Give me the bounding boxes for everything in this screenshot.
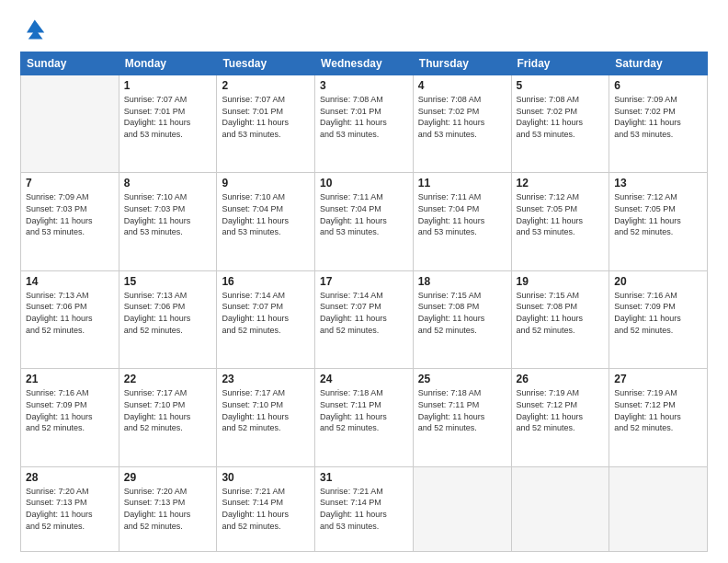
day-number: 10 <box>320 177 408 190</box>
calendar-cell: 11Sunrise: 7:11 AMSunset: 7:04 PMDayligh… <box>413 173 511 270</box>
calendar-week-1: 1Sunrise: 7:07 AMSunset: 7:01 PMDaylight… <box>21 75 708 173</box>
weekday-header-wednesday: Wednesday <box>315 52 414 75</box>
day-info: Sunrise: 7:15 AMSunset: 7:08 PMDaylight:… <box>517 290 605 336</box>
calendar-cell <box>511 466 609 551</box>
calendar-cell: 3Sunrise: 7:08 AMSunset: 7:01 PMDaylight… <box>315 75 414 173</box>
day-number: 30 <box>222 471 310 484</box>
day-info: Sunrise: 7:10 AMSunset: 7:03 PMDaylight:… <box>124 191 212 237</box>
day-info: Sunrise: 7:08 AMSunset: 7:02 PMDaylight:… <box>418 94 506 140</box>
logo-icon <box>20 17 46 42</box>
day-number: 11 <box>418 177 506 190</box>
day-number: 3 <box>320 79 408 92</box>
calendar-cell <box>609 466 708 551</box>
weekday-header-saturday: Saturday <box>609 52 708 75</box>
day-number: 6 <box>614 79 702 92</box>
calendar-cell: 21Sunrise: 7:16 AMSunset: 7:09 PMDayligh… <box>21 369 119 466</box>
day-number: 19 <box>517 275 605 288</box>
calendar-cell: 9Sunrise: 7:10 AMSunset: 7:04 PMDaylight… <box>217 173 315 270</box>
day-info: Sunrise: 7:17 AMSunset: 7:10 PMDaylight:… <box>124 387 212 433</box>
day-number: 17 <box>320 275 408 288</box>
calendar-cell: 27Sunrise: 7:19 AMSunset: 7:12 PMDayligh… <box>609 369 708 466</box>
day-number: 9 <box>222 177 310 190</box>
calendar-header: SundayMondayTuesdayWednesdayThursdayFrid… <box>21 52 708 75</box>
day-info: Sunrise: 7:16 AMSunset: 7:09 PMDaylight:… <box>26 387 114 433</box>
logo <box>20 17 50 42</box>
calendar-cell: 23Sunrise: 7:17 AMSunset: 7:10 PMDayligh… <box>217 369 315 466</box>
weekday-header-tuesday: Tuesday <box>217 52 315 75</box>
day-number: 28 <box>26 471 114 484</box>
day-info: Sunrise: 7:07 AMSunset: 7:01 PMDaylight:… <box>124 94 212 140</box>
calendar-cell: 5Sunrise: 7:08 AMSunset: 7:02 PMDaylight… <box>511 75 609 173</box>
calendar-cell <box>21 75 119 173</box>
weekday-row: SundayMondayTuesdayWednesdayThursdayFrid… <box>21 52 708 75</box>
day-number: 26 <box>517 373 605 385</box>
calendar-cell: 7Sunrise: 7:09 AMSunset: 7:03 PMDaylight… <box>21 173 119 270</box>
day-number: 7 <box>26 177 114 190</box>
day-number: 14 <box>26 275 114 288</box>
weekday-header-sunday: Sunday <box>21 52 119 75</box>
calendar-cell: 25Sunrise: 7:18 AMSunset: 7:11 PMDayligh… <box>413 369 511 466</box>
day-info: Sunrise: 7:14 AMSunset: 7:07 PMDaylight:… <box>222 290 310 336</box>
day-number: 20 <box>614 275 702 288</box>
svg-marker-0 <box>27 20 44 40</box>
calendar-cell: 26Sunrise: 7:19 AMSunset: 7:12 PMDayligh… <box>511 369 609 466</box>
calendar-cell: 29Sunrise: 7:20 AMSunset: 7:13 PMDayligh… <box>119 466 217 551</box>
weekday-header-monday: Monday <box>119 52 217 75</box>
day-number: 5 <box>517 79 605 92</box>
calendar-cell: 16Sunrise: 7:14 AMSunset: 7:07 PMDayligh… <box>217 270 315 368</box>
header <box>20 17 708 42</box>
day-number: 13 <box>614 177 702 190</box>
page: SundayMondayTuesdayWednesdayThursdayFrid… <box>0 0 728 563</box>
day-info: Sunrise: 7:13 AMSunset: 7:06 PMDaylight:… <box>124 290 212 336</box>
day-number: 4 <box>418 79 506 92</box>
day-info: Sunrise: 7:19 AMSunset: 7:12 PMDaylight:… <box>517 387 605 433</box>
day-info: Sunrise: 7:20 AMSunset: 7:13 PMDaylight:… <box>26 486 114 532</box>
day-info: Sunrise: 7:20 AMSunset: 7:13 PMDaylight:… <box>124 486 212 532</box>
calendar-cell: 2Sunrise: 7:07 AMSunset: 7:01 PMDaylight… <box>217 75 315 173</box>
calendar-cell: 30Sunrise: 7:21 AMSunset: 7:14 PMDayligh… <box>217 466 315 551</box>
calendar-cell: 6Sunrise: 7:09 AMSunset: 7:02 PMDaylight… <box>609 75 708 173</box>
day-number: 16 <box>222 275 310 288</box>
day-info: Sunrise: 7:12 AMSunset: 7:05 PMDaylight:… <box>517 191 605 237</box>
calendar-cell: 31Sunrise: 7:21 AMSunset: 7:14 PMDayligh… <box>315 466 414 551</box>
calendar-week-5: 28Sunrise: 7:20 AMSunset: 7:13 PMDayligh… <box>21 466 708 551</box>
calendar: SundayMondayTuesdayWednesdayThursdayFrid… <box>20 52 708 552</box>
calendar-cell: 1Sunrise: 7:07 AMSunset: 7:01 PMDaylight… <box>119 75 217 173</box>
calendar-cell <box>413 466 511 551</box>
calendar-cell: 15Sunrise: 7:13 AMSunset: 7:06 PMDayligh… <box>119 270 217 368</box>
calendar-cell: 20Sunrise: 7:16 AMSunset: 7:09 PMDayligh… <box>609 270 708 368</box>
day-number: 21 <box>26 373 114 385</box>
day-number: 2 <box>222 79 310 92</box>
day-number: 12 <box>517 177 605 190</box>
day-info: Sunrise: 7:21 AMSunset: 7:14 PMDaylight:… <box>222 486 310 532</box>
day-info: Sunrise: 7:07 AMSunset: 7:01 PMDaylight:… <box>222 94 310 140</box>
day-info: Sunrise: 7:08 AMSunset: 7:02 PMDaylight:… <box>517 94 605 140</box>
day-info: Sunrise: 7:18 AMSunset: 7:11 PMDaylight:… <box>320 387 408 433</box>
calendar-cell: 10Sunrise: 7:11 AMSunset: 7:04 PMDayligh… <box>315 173 414 270</box>
day-number: 1 <box>124 79 212 92</box>
calendar-week-4: 21Sunrise: 7:16 AMSunset: 7:09 PMDayligh… <box>21 369 708 466</box>
calendar-week-2: 7Sunrise: 7:09 AMSunset: 7:03 PMDaylight… <box>21 173 708 270</box>
day-number: 23 <box>222 373 310 385</box>
calendar-cell: 14Sunrise: 7:13 AMSunset: 7:06 PMDayligh… <box>21 270 119 368</box>
day-number: 25 <box>418 373 506 385</box>
calendar-cell: 22Sunrise: 7:17 AMSunset: 7:10 PMDayligh… <box>119 369 217 466</box>
day-info: Sunrise: 7:12 AMSunset: 7:05 PMDaylight:… <box>614 191 702 237</box>
weekday-header-thursday: Thursday <box>413 52 511 75</box>
day-info: Sunrise: 7:17 AMSunset: 7:10 PMDaylight:… <box>222 387 310 433</box>
day-info: Sunrise: 7:11 AMSunset: 7:04 PMDaylight:… <box>418 191 506 237</box>
calendar-week-3: 14Sunrise: 7:13 AMSunset: 7:06 PMDayligh… <box>21 270 708 368</box>
day-number: 31 <box>320 471 408 484</box>
calendar-cell: 12Sunrise: 7:12 AMSunset: 7:05 PMDayligh… <box>511 173 609 270</box>
calendar-cell: 28Sunrise: 7:20 AMSunset: 7:13 PMDayligh… <box>21 466 119 551</box>
calendar-cell: 13Sunrise: 7:12 AMSunset: 7:05 PMDayligh… <box>609 173 708 270</box>
day-info: Sunrise: 7:09 AMSunset: 7:02 PMDaylight:… <box>614 94 702 140</box>
day-info: Sunrise: 7:14 AMSunset: 7:07 PMDaylight:… <box>320 290 408 336</box>
day-info: Sunrise: 7:18 AMSunset: 7:11 PMDaylight:… <box>418 387 506 433</box>
day-info: Sunrise: 7:19 AMSunset: 7:12 PMDaylight:… <box>614 387 702 433</box>
day-number: 18 <box>418 275 506 288</box>
day-number: 24 <box>320 373 408 385</box>
day-info: Sunrise: 7:21 AMSunset: 7:14 PMDaylight:… <box>320 486 408 532</box>
day-info: Sunrise: 7:15 AMSunset: 7:08 PMDaylight:… <box>418 290 506 336</box>
calendar-body: 1Sunrise: 7:07 AMSunset: 7:01 PMDaylight… <box>21 75 708 552</box>
